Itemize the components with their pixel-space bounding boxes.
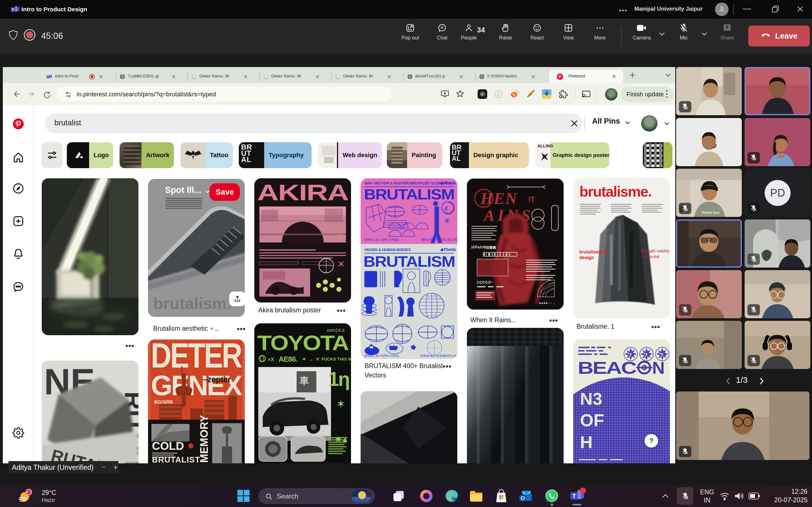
svg-text:[BRUTALIST-COLLECTION]: [BRUTALIST-COLLECTION] — [421, 238, 457, 241]
svg-text:brutalisme 08: brutalisme 08 — [579, 249, 608, 255]
svg-text:BRUTALIST: BRUTALIST — [152, 455, 200, 463]
svg-text:IT: IT — [528, 195, 535, 203]
svg-text:COLD: COLD — [152, 440, 184, 452]
svg-text:●●●●○○ ↓: ●●●●○○ ↓ — [539, 301, 555, 305]
svg-text:in brutal.: in brutal. — [644, 254, 661, 259]
svg-text:1ƞ: 1ƞ — [328, 368, 349, 390]
svg-text:‒zepter: ‒zepter — [203, 375, 231, 384]
svg-text:HEADS & HUMAN BODIES: HEADS & HUMAN BODIES — [364, 247, 411, 252]
svg-text:◈Thmla: ◈Thmla — [440, 180, 456, 185]
svg-text:[VIEW ALL ELEMENTS IN MY CATAL: [VIEW ALL ELEMENTS IN MY CATALOG] — [420, 354, 457, 357]
svg-text:N3: N3 — [580, 389, 602, 408]
svg-text:3: 3 — [28, 490, 30, 495]
svg-text:◈Thmla: ◈Thmla — [440, 247, 456, 252]
svg-text:BG/SRB: BG/SRB — [154, 399, 173, 405]
svg-text:T: T — [47, 75, 49, 78]
svg-text:T: T — [12, 8, 14, 12]
svg-text:design: design — [579, 255, 594, 260]
svg-text:✶: ✶ — [336, 398, 346, 410]
svg-text:✦ → ✕: ✦ → ✕ — [302, 356, 320, 362]
svg-text:T: T — [572, 493, 576, 499]
svg-text:BRUTALISM: BRUTALISM — [363, 253, 455, 270]
svg-text:Planet Eart: Planet Eart — [702, 211, 720, 215]
svg-text:30ℙ∎ⅣⅢ▤▦▩: 30ℙ∎ⅣⅢ▤▦▩ — [471, 245, 496, 249]
svg-text:車: 車 — [299, 375, 309, 386]
svg-text:OF: OF — [580, 410, 604, 430]
svg-text:×Ⅹ: ×Ⅹ — [268, 357, 274, 362]
svg-text:strength validity: strength validity — [640, 248, 670, 253]
svg-text:TOYOTA: TOYOTA — [257, 331, 349, 355]
svg-text:[FREE. AI // EPS // PNG]: [FREE. AI // EPS // PNG] — [364, 354, 399, 357]
svg-text:▷▷▷▷▷: ▷▷▷▷▷ — [477, 280, 493, 284]
svg-text:AKIRA: AKIRA — [257, 180, 348, 205]
svg-text:N: N — [652, 358, 665, 378]
svg-text:FUCKS THIS WORLD: FUCKS THIS WORLD — [321, 356, 351, 361]
svg-text:H: H — [580, 432, 593, 452]
svg-text:HEN: HEN — [480, 189, 518, 208]
svg-text:BEAC: BEAC — [578, 358, 637, 378]
svg-text:AE86.: AE86. — [278, 355, 297, 363]
svg-text:brutalisme.: brutalisme. — [579, 183, 651, 200]
svg-text:brutalism.: brutalism. — [153, 294, 231, 313]
svg-text:500+ VECTOR & RASTER BRUTALIST: 500+ VECTOR & RASTER BRUTALIST ELEMENTS — [364, 181, 451, 185]
svg-text:[FREE. AI // EPS // PNG]: [FREE. AI // EPS // PNG] — [364, 238, 399, 241]
svg-text:✳: ✳ — [444, 217, 450, 225]
svg-text:BRUTALISM: BRUTALISM — [364, 186, 454, 203]
svg-text:O: O — [521, 495, 525, 501]
